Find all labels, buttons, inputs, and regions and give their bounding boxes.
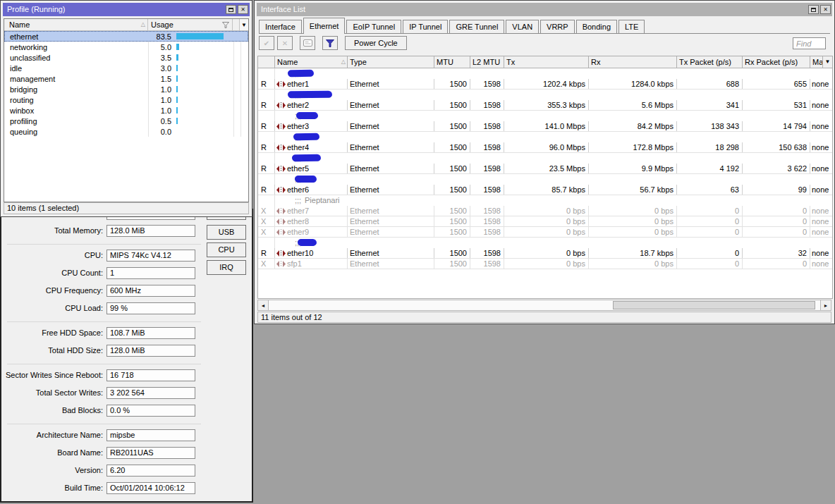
interface-tx-packet: 138 343 (677, 121, 743, 131)
column-header-L2 MTU[interactable]: L2 MTU (470, 56, 504, 68)
interface-row[interactable]: Rether10Ethernet150015980 bps18.7 kbps03… (258, 248, 832, 259)
interface-l2mtu: 1598 (470, 100, 504, 110)
disable-button[interactable]: ✕ (277, 36, 293, 50)
comment-row[interactable]: ;;;Pieptanari (258, 195, 832, 206)
comment-row[interactable]: ;;; (258, 90, 832, 100)
tab-vrrp[interactable]: VRRP (540, 20, 575, 33)
column-header-MTU[interactable]: MTU (434, 56, 470, 68)
interface-name: ether5 (287, 164, 309, 173)
scroll-right-arrow-icon[interactable]: ► (820, 300, 831, 310)
group-separator (7, 321, 201, 322)
scrollbar-thumb[interactable] (613, 301, 815, 309)
profile-row[interactable]: unclassified3.5 (4, 52, 248, 63)
profile-row-usage: 1.0 (148, 85, 171, 94)
profile-row[interactable]: queuing0.0 (4, 126, 248, 137)
find-input[interactable] (793, 37, 826, 49)
resource-field-label: Free HDD Space: (1, 327, 103, 339)
tab-interface[interactable]: Interface (259, 20, 302, 33)
comment-row[interactable]: ;;; (258, 111, 832, 121)
profile-row[interactable]: networking5.0 (4, 42, 248, 52)
power-cycle-button[interactable]: Power Cycle (345, 36, 407, 50)
filter-funnel-icon[interactable] (222, 22, 229, 28)
profile-row[interactable]: profiling0.5 (4, 116, 248, 126)
interface-master-port: none (810, 216, 832, 226)
interface-tx: 355.3 kbps (504, 100, 589, 110)
tab-eoip-tunnel[interactable]: EoIP Tunnel (346, 20, 401, 33)
ethernet-interface-icon (276, 102, 286, 109)
row-flag: R (258, 79, 275, 89)
interface-tx: 141.0 Mbps (504, 121, 589, 131)
tab-ethernet[interactable]: Ethernet (303, 18, 346, 34)
tab-lte[interactable]: LTE (618, 20, 645, 33)
column-header-Tx Packet (p/s)[interactable]: Tx Packet (p/s) (677, 56, 743, 68)
comment-row[interactable]: ;;; (258, 238, 832, 248)
interface-row[interactable]: Rether3Ethernet15001598141.0 Mbps84.2 Mb… (258, 121, 832, 132)
profile-row[interactable]: management1.5 (4, 73, 248, 84)
interface-name: sfp1 (287, 259, 302, 269)
chevron-down-icon: ▼ (241, 22, 247, 28)
cpu-button[interactable]: CPU (207, 242, 246, 257)
profile-row[interactable]: bridging1.0 (4, 84, 248, 94)
column-header-Type[interactable]: Type (348, 56, 434, 68)
comment-body: ;;;Pieptanari (275, 195, 832, 206)
row-flag (258, 238, 275, 248)
column-header-name[interactable]: Name △ (4, 19, 148, 30)
enable-button[interactable]: ✔ (259, 36, 274, 50)
row-flag: R (258, 100, 275, 110)
maximize-button[interactable] (808, 5, 819, 14)
profile-row-name: ethernet (4, 32, 148, 41)
usage-bar (176, 44, 179, 50)
interface-row[interactable]: Rether6Ethernet1500159885.7 kbps56.7 kbp… (258, 185, 832, 195)
usb-button[interactable]: USB (207, 225, 246, 240)
comment-row[interactable]: ;;; (258, 153, 832, 164)
interface-row[interactable]: Rether5Ethernet1500159823.5 Mbps9.9 Mbps… (258, 164, 832, 174)
irq-button[interactable]: IRQ (207, 260, 246, 275)
interface-rx: 84.2 Mbps (589, 121, 677, 131)
column-header-Name[interactable]: Name△ (275, 56, 348, 68)
interface-row[interactable]: Rether1Ethernet150015981202.4 kbps1284.0… (258, 79, 832, 90)
comment-row[interactable]: ;;; (258, 174, 832, 185)
interface-name-cell: ether2 (275, 100, 348, 110)
horizontal-scrollbar[interactable]: ◄ ► (257, 300, 831, 311)
comment-button[interactable] (300, 36, 315, 50)
desktop: { "desktop": { "background": "#a0a0a0" }… (0, 0, 835, 504)
comment-row[interactable]: ;;; (258, 68, 832, 79)
interface-row[interactable]: Xether9Ethernet150015980 bps0 bps00none (258, 227, 832, 238)
maximize-button[interactable] (226, 5, 236, 14)
scroll-left-arrow-icon[interactable]: ◄ (258, 300, 269, 310)
column-header-Rx[interactable]: Rx (589, 56, 677, 68)
interface-row[interactable]: Rether4Ethernet1500159896.0 Mbps172.8 Mb… (258, 142, 832, 153)
column-header-Rx Packet (p/s)[interactable]: Rx Packet (p/s) (743, 56, 810, 68)
interface-row[interactable]: Rether2Ethernet15001598355.3 kbps5.6 Mbp… (258, 100, 832, 111)
interface-type: Ethernet (348, 248, 434, 258)
comment-row[interactable]: ;;; (258, 132, 832, 142)
tab-bonding[interactable]: Bonding (576, 20, 617, 33)
tab-ip-tunnel[interactable]: IP Tunnel (403, 20, 448, 33)
interface-rx-packet: 0 (743, 206, 810, 216)
column-header-usage[interactable]: Usage (148, 19, 233, 30)
resource-field-label: CPU: (1, 250, 103, 262)
column-header-flags[interactable] (258, 56, 275, 68)
column-select-button[interactable]: ▼ (240, 19, 248, 30)
profile-row[interactable]: winbox1.0 (4, 105, 248, 116)
column-select-button[interactable]: ▼ (823, 56, 832, 68)
interface-tx: 96.0 Mbps (504, 142, 589, 152)
profile-row[interactable]: idle3.0 (4, 63, 248, 73)
resource-field-label: Bad Blocks: (1, 405, 103, 417)
interface-row[interactable]: Xether7Ethernet150015980 bps0 bps00none (258, 206, 832, 216)
interface-rx-packet: 3 622 (743, 164, 810, 173)
profile-row[interactable]: ethernet83.5 (4, 31, 248, 42)
filter-button[interactable] (322, 36, 338, 50)
tab-vlan[interactable]: VLAN (506, 20, 539, 33)
close-button[interactable]: ✕ (238, 5, 248, 14)
column-header-Ma[interactable]: Ma (810, 56, 823, 68)
profile-row[interactable]: routing1.0 (4, 94, 248, 105)
tab-gre-tunnel[interactable]: GRE Tunnel (449, 20, 504, 33)
ethernet-interface-icon (276, 145, 286, 151)
close-button[interactable]: ✕ (820, 5, 831, 14)
interface-row[interactable]: Xether8Ethernet150015980 bps0 bps00none (258, 216, 832, 227)
profile-row-name: networking (4, 43, 148, 51)
interface-rx: 9.9 Mbps (589, 164, 677, 173)
column-header-Tx[interactable]: Tx (504, 56, 589, 68)
interface-row[interactable]: Xsfp1Ethernet150015980 bps0 bps00none (258, 259, 832, 269)
